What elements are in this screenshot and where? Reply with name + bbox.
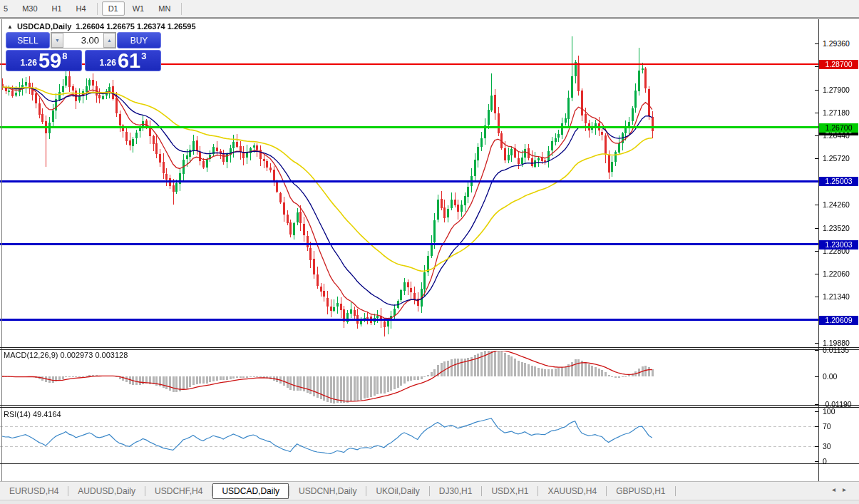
sell-price-pip: 8 [62, 51, 67, 61]
buy-price-box[interactable]: 1.26 61 3 [85, 50, 161, 71]
timeframe-button-mn[interactable]: MN [152, 1, 177, 16]
price-axis-tick-label: 1.23520 [823, 224, 850, 232]
pane-separator [0, 349, 859, 350]
tab-dj30[interactable]: DJ30,H1 [430, 483, 482, 499]
price-line-badge: 1.20609 [819, 316, 858, 325]
volume-input[interactable]: 3.00 [63, 33, 103, 48]
toolbar-separator [181, 3, 182, 15]
timeframe-button-h1[interactable]: H1 [46, 1, 68, 16]
timeframe-button-m30[interactable]: M30 [16, 1, 43, 16]
pane-separator[interactable] [0, 405, 859, 406]
rsi-axis-tick-label: 70 [823, 422, 831, 431]
price-axis-divider [818, 19, 819, 481]
tab-ukoil[interactable]: UKOil,Daily [366, 483, 428, 499]
tab-usdcad[interactable]: USDCAD,Daily [212, 483, 289, 499]
price-axis-tick-label: 1.22060 [823, 269, 850, 278]
collapse-chart-icon[interactable]: ▲ [7, 24, 13, 30]
trading-terminal-window: 5M30H1H4D1W1MN ▲ USDCAD,Daily 1.26604 1.… [0, 0, 859, 504]
chart-left-border [1, 19, 2, 481]
buy-price-base: 1.26 [100, 58, 116, 68]
tab-usdchf[interactable]: USDCHF,H4 [145, 483, 212, 499]
sell-price-box[interactable]: 1.26 59 8 [6, 50, 82, 71]
tab-usdx[interactable]: USDX,H1 [482, 483, 537, 499]
tab-separator [675, 486, 676, 496]
bottom-strip [0, 500, 859, 504]
timeframe-button-w1[interactable]: W1 [126, 1, 151, 16]
tab-scroll-left-icon[interactable]: ◂ [832, 485, 843, 493]
price-axis-tick-label: 1.29360 [823, 39, 850, 48]
macd-axis-tick-label: 0.01135 [823, 346, 849, 354]
macd-indicator-label: MACD(12,26,9) 0.002973 0.003128 [4, 351, 128, 359]
tab-scroll-right-icon[interactable]: ▸ [843, 485, 853, 493]
buy-price-pip: 3 [141, 51, 146, 61]
price-line-badge: 1.26700 [819, 123, 858, 133]
sell-button[interactable]: SELL [6, 32, 50, 48]
timeframe-toolbar: 5M30H1H4D1W1MN [0, 0, 859, 18]
chart-tab-bar: EURUSD,H4AUDUSD,DailyUSDCHF,H4USDCAD,Dai… [0, 481, 859, 500]
chart-symbol-label: USDCAD,Daily [17, 22, 71, 31]
tab-eurusd[interactable]: EURUSD,H4 [0, 483, 68, 499]
rsi-axis-tick-label: 30 [823, 442, 831, 451]
price-line-badge: 1.28700 [819, 60, 858, 69]
tab-scroll-arrows: ◂▸ [832, 485, 853, 493]
chart-window: ▲ USDCAD,Daily 1.26604 1.26675 1.26374 1… [0, 18, 859, 482]
timeframe-button-d1[interactable]: D1 [102, 1, 125, 16]
price-axis-tick-label: 1.27180 [823, 108, 850, 117]
pane-separator [0, 407, 859, 408]
tab-xauusd[interactable]: XAUUSD,H4 [538, 483, 606, 499]
chart-title: ▲ USDCAD,Daily 1.26604 1.26675 1.26374 1… [7, 22, 196, 31]
rsi-axis-tick-label: 100 [823, 407, 835, 416]
price-axis-tick-label: 1.21340 [823, 292, 850, 301]
rsi-indicator-label: RSI(14) 49.4164 [4, 410, 61, 418]
volume-decrease-icon[interactable]: ▼ [51, 33, 63, 48]
price-line-badge: 1.23003 [819, 240, 858, 250]
price-axis-tick-label: 1.25720 [823, 154, 850, 163]
price-line-badge: 1.25003 [819, 177, 858, 186]
timeframe-button-5[interactable]: 5 [0, 1, 14, 16]
price-axis-tick-label: 1.24260 [823, 200, 850, 209]
buy-price-main: 61 [118, 51, 140, 70]
rsi-axis-tick-label: 0 [823, 457, 827, 466]
sell-price-main: 59 [38, 51, 61, 70]
sell-price-base: 1.26 [21, 58, 37, 68]
one-click-trade-panel: SELL ▼ 3.00 ▲ BUY 1.26 59 8 1.26 61 3 [6, 32, 161, 71]
timeframe-button-h4[interactable]: H4 [70, 1, 93, 16]
buy-button[interactable]: BUY [117, 32, 161, 48]
pane-separator[interactable] [0, 347, 859, 348]
toolbar-separator [97, 3, 98, 15]
chart-ohlc-values: 1.26604 1.26675 1.26374 1.26595 [76, 22, 195, 31]
price-chart-canvas[interactable] [0, 19, 818, 482]
price-axis-tick-label: 1.27900 [823, 86, 850, 94]
macd-axis-tick-label: 0.00 [823, 372, 837, 381]
pane-separator [0, 463, 859, 464]
tab-gbpusd[interactable]: GBPUSD,H1 [607, 483, 674, 499]
tab-audusd[interactable]: AUDUSD,Daily [68, 483, 145, 499]
volume-increase-icon[interactable]: ▲ [103, 33, 115, 48]
volume-stepper: ▼ 3.00 ▲ [51, 32, 116, 48]
tab-usdcnh[interactable]: USDCNH,Daily [289, 483, 366, 499]
